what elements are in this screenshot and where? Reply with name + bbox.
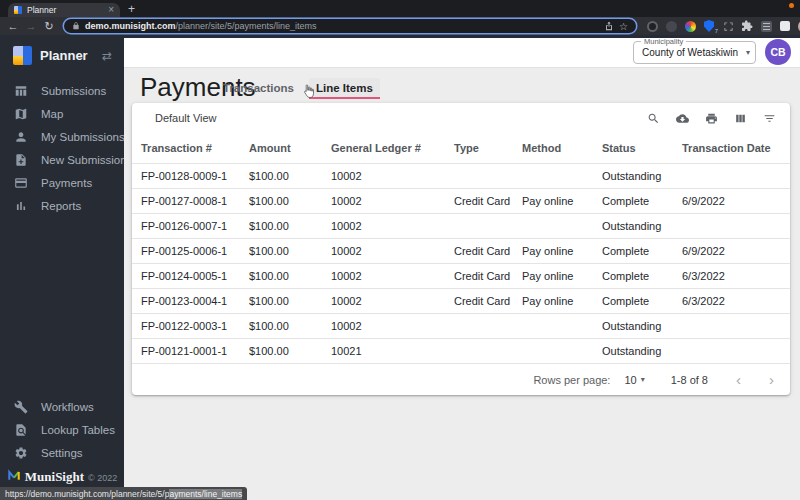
copyright: © 2022 [88, 473, 117, 483]
browser-tab[interactable]: Planner × [8, 3, 120, 17]
municipality-select[interactable]: Municipality County of Wetaskiwin ▾ [633, 41, 756, 64]
cell-method: Pay online [522, 245, 602, 257]
cell-method: Pay online [522, 270, 602, 282]
close-tab-icon[interactable]: × [108, 6, 114, 14]
table-row[interactable]: FP-00127-0008-1 $100.00 10002 Credit Car… [132, 188, 790, 213]
extension-icon-panel[interactable] [779, 20, 791, 32]
table-row[interactable]: FP-00125-0006-1 $100.00 10002 Credit Car… [132, 238, 790, 263]
cell-transaction-date: 6/9/2022 [682, 195, 784, 207]
new-tab-button[interactable]: + [128, 2, 135, 16]
cell-status: Outstanding [602, 345, 682, 357]
extension-icons: 7 [646, 20, 800, 32]
sidebar-item-payments[interactable]: Payments [0, 171, 124, 194]
sidebar-item-reports[interactable]: Reports [0, 194, 124, 217]
cell-general-ledger: 10002 [331, 220, 454, 232]
browser-tab-title: Planner [27, 5, 103, 15]
extensions-puzzle-icon[interactable] [741, 20, 753, 32]
tab-transactions[interactable]: Transactions [216, 78, 301, 99]
cell-status: Outstanding [602, 220, 682, 232]
sidebar-item-my-submissions[interactable]: My Submissions [0, 125, 124, 148]
status-url-highlight: ayments/line_items [169, 489, 242, 499]
line-items-card: Default View Transaction # Amount Genera… [132, 103, 790, 395]
map-icon [14, 107, 28, 121]
municipality-select-label: Municipality [641, 37, 686, 46]
column-header-status[interactable]: Status [602, 142, 682, 154]
person-icon [14, 130, 28, 144]
sidebar-item-workflows[interactable]: Workflows [0, 395, 124, 418]
column-header-type[interactable]: Type [454, 142, 522, 154]
table-row[interactable]: FP-00123-0004-1 $100.00 10002 Credit Car… [132, 288, 790, 313]
print-icon[interactable] [705, 112, 718, 125]
reload-icon[interactable]: ↻ [40, 20, 58, 33]
cell-transaction-number: FP-00125-0006-1 [141, 245, 249, 257]
browser-status-bubble: https://demo.munisight.com/planner/site/… [0, 487, 247, 500]
view-selector[interactable]: Default View [155, 112, 217, 124]
column-header-general-ledger[interactable]: General Ledger # [331, 142, 454, 154]
sidebar-item-settings[interactable]: Settings [0, 441, 124, 464]
extension-icon-list[interactable] [760, 20, 772, 32]
table-row[interactable]: FP-00128-0009-1 $100.00 10002 Outstandin… [132, 163, 790, 188]
url-path: /planner/site/5/payments/line_items [176, 21, 317, 31]
table-row[interactable]: FP-00124-0005-1 $100.00 10002 Credit Car… [132, 263, 790, 288]
sidebar-item-map[interactable]: Map [0, 102, 124, 125]
column-header-method[interactable]: Method [522, 142, 602, 154]
cloud-download-icon[interactable] [676, 112, 689, 125]
cell-status: Complete [602, 245, 682, 257]
column-header-transaction-date[interactable]: Transaction Date [682, 142, 784, 154]
extension-icon-circle[interactable] [665, 20, 677, 32]
share-icon[interactable] [604, 21, 614, 31]
cell-type: Credit Card [454, 195, 522, 207]
filter-list-icon[interactable] [763, 112, 776, 125]
browser-chrome: Planner × + ← → ↻ demo.munisight.com/pla… [0, 0, 800, 35]
address-bar[interactable]: demo.munisight.com/planner/site/5/paymen… [64, 19, 636, 33]
cell-type: Credit Card [454, 270, 522, 282]
user-avatar[interactable]: CB [765, 39, 791, 65]
top-strip [124, 35, 800, 38]
forward-icon[interactable]: → [22, 20, 40, 32]
cell-transaction-date: 6/3/2022 [682, 270, 784, 282]
table-row[interactable]: FP-00121-0001-1 $100.00 10021 Outstandin… [132, 338, 790, 363]
municipality-select-value: County of Wetaskiwin [642, 47, 738, 58]
cell-amount: $100.00 [249, 220, 331, 232]
extension-icon-record[interactable] [646, 20, 658, 32]
extension-icon-colorwheel[interactable] [684, 20, 696, 32]
cell-general-ledger: 10002 [331, 170, 454, 182]
browser-toolbar: ← → ↻ demo.munisight.com/planner/site/5/… [0, 17, 800, 35]
table-row[interactable]: FP-00122-0003-1 $100.00 10002 Outstandin… [132, 313, 790, 338]
cell-general-ledger: 10002 [331, 270, 454, 282]
table-body: FP-00128-0009-1 $100.00 10002 Outstandin… [132, 163, 790, 363]
cell-amount: $100.00 [249, 320, 331, 332]
cell-transaction-number: FP-00121-0001-1 [141, 345, 249, 357]
sidebar-item-submissions[interactable]: Submissions [0, 79, 124, 102]
previous-page-button[interactable]: ‹ [736, 374, 741, 386]
cell-transaction-number: FP-00127-0008-1 [141, 195, 249, 207]
rows-per-page-label: Rows per page: [533, 374, 610, 386]
table-row[interactable]: FP-00126-0007-1 $100.00 10002 Outstandin… [132, 213, 790, 238]
cell-status: Complete [602, 270, 682, 282]
collapse-sidebar-icon[interactable]: ⇄ [102, 49, 112, 63]
cell-amount: $100.00 [249, 345, 331, 357]
search-icon[interactable] [647, 112, 660, 125]
cell-general-ledger: 10021 [331, 345, 454, 357]
url-domain: demo.munisight.com [85, 21, 176, 31]
next-page-button[interactable]: › [769, 374, 774, 386]
column-header-transaction-number[interactable]: Transaction # [141, 142, 249, 154]
cell-method: Pay online [522, 195, 602, 207]
cell-amount: $100.00 [249, 270, 331, 282]
tab-line-items[interactable]: Line Items [309, 78, 380, 99]
extension-icon-shield[interactable]: 7 [703, 20, 715, 32]
cursor-pointer-hand [302, 84, 315, 103]
cell-transaction-number: FP-00126-0007-1 [141, 220, 249, 232]
wrench-icon [14, 400, 28, 414]
sidebar-header: Planner ⇄ [0, 35, 124, 75]
bookmark-star-icon[interactable]: ☆ [619, 21, 628, 32]
view-columns-icon[interactable] [734, 112, 747, 125]
notification-dot [789, 3, 794, 8]
sidebar-item-lookup-tables[interactable]: Lookup Tables [0, 418, 124, 441]
rows-per-page-select[interactable]: 10 ▾ [624, 374, 644, 386]
extension-icon-capture[interactable] [722, 20, 734, 32]
sidebar-item-new-submission[interactable]: New Submission [0, 148, 124, 171]
cell-transaction-date: 6/9/2022 [682, 245, 784, 257]
column-header-amount[interactable]: Amount [249, 142, 331, 154]
back-icon[interactable]: ← [4, 20, 22, 32]
